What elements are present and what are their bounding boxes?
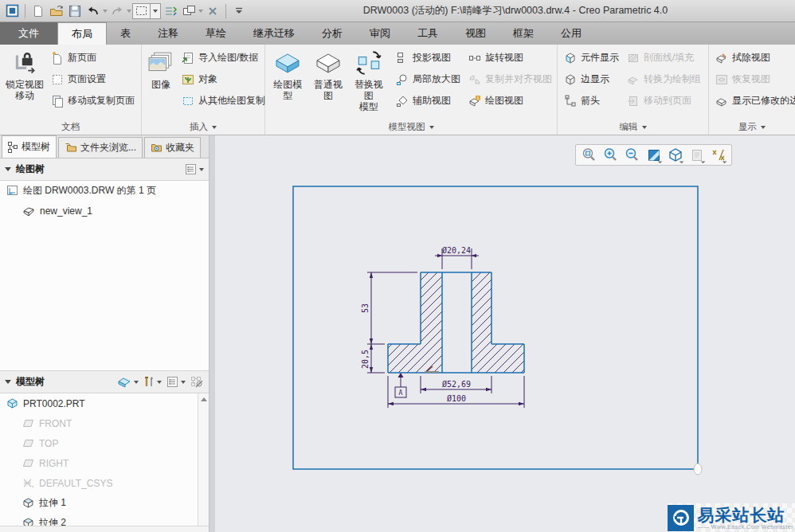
model-tree-scrollbar[interactable] [198, 393, 209, 526]
new-file-button[interactable] [29, 2, 47, 20]
redo-dropdown[interactable] [127, 10, 131, 13]
panel-horizontal-scrollbar[interactable] [0, 526, 209, 532]
dim-height[interactable]: 53 [361, 303, 370, 313]
general-view-button[interactable]: 普通视图 [309, 47, 348, 119]
model-tree-item-top[interactable]: TOP [0, 433, 209, 453]
tab-sketch[interactable]: 草绘 [192, 22, 240, 45]
replace-view-model-button[interactable]: 替换视图 模型 [349, 47, 388, 119]
show-modified-edges-button[interactable]: 显示已修改的边 [712, 90, 795, 111]
model-tree-show-hide-button[interactable] [190, 376, 204, 389]
model-tree-tab-icon [8, 142, 18, 153]
scroll-up-icon[interactable] [201, 397, 207, 401]
graphics-area[interactable]: Ø20,24 53 20,5 Ø52,69 Ø100 A 易采站长站 —— Ww… [215, 135, 795, 532]
group-label-model-views[interactable]: 模型视图 [265, 119, 557, 135]
panel-splitter[interactable] [209, 135, 215, 532]
tab-file[interactable]: 文件 [0, 22, 57, 45]
images-button[interactable]: 图像 [145, 47, 177, 119]
drawing-tree-item-sheet[interactable]: 绘图 DRW0003.DRW 的第 1 页 [0, 181, 209, 201]
tab-framework[interactable]: 框架 [499, 22, 547, 45]
app-window-icon[interactable] [3, 2, 21, 20]
tab-layout[interactable]: 布局 [57, 22, 107, 45]
window-switch-button[interactable] [180, 2, 198, 20]
customize-toolbar-dropdown[interactable] [230, 2, 248, 20]
dim-hole-diameter[interactable]: Ø20,24 [442, 246, 471, 255]
tab-favorites[interactable]: 收藏夹 [144, 137, 201, 158]
tab-label: 收藏夹 [166, 141, 194, 155]
model-tree-filter-button[interactable] [117, 377, 139, 388]
model-tree-settings-button[interactable] [166, 376, 186, 388]
tools-dropdown-icon [157, 381, 162, 384]
tab-model-tree[interactable]: 模型树 [2, 135, 57, 158]
lock-view-move-button[interactable]: 锁定视图 移动 [3, 47, 46, 119]
button-label: 复制并对齐视图 [485, 72, 552, 86]
dim-boss-diameter[interactable]: Ø52,69 [442, 380, 471, 389]
tab-tools[interactable]: 工具 [404, 22, 452, 45]
drawing-tree-item-new-view-1[interactable]: new_view_1 [0, 201, 209, 221]
select-dropdown[interactable] [150, 4, 160, 18]
drawing-view-button[interactable]: 1 绘图视图 [465, 90, 555, 111]
import-drawing-data-button[interactable]: 导入绘图/数据 [178, 47, 268, 68]
watermark-subtitle: —— Www.Easck.Com Webmaster [697, 524, 793, 530]
select-box-icon[interactable] [133, 4, 150, 18]
tab-folder-browser[interactable]: 文件夹浏览... [58, 137, 143, 158]
model-tree-item-extrude-1[interactable]: 拉伸 1 [0, 493, 209, 513]
redo-button[interactable] [108, 2, 126, 20]
group-label-display[interactable]: 显示 [709, 119, 795, 135]
datum-label[interactable]: A [399, 389, 403, 397]
tab-analysis[interactable]: 分析 [308, 22, 356, 45]
dim-flange-diameter[interactable]: Ø100 [447, 394, 466, 403]
drawing-canvas[interactable]: Ø20,24 53 20,5 Ø52,69 Ø100 A [215, 135, 795, 532]
drawing-tree-settings-button[interactable] [185, 163, 204, 175]
close-window-button[interactable] [204, 2, 221, 20]
model-tree-tools-button[interactable] [143, 376, 162, 388]
object-button[interactable]: 对象 [178, 68, 268, 90]
model-tree-item-prt0002[interactable]: PRT0002.PRT [0, 393, 209, 413]
collapse-icon[interactable] [5, 380, 11, 384]
select-split-button[interactable] [132, 3, 161, 19]
new-sheet-button[interactable]: 新页面 [48, 47, 138, 68]
convert-to-draft-group-icon [627, 73, 640, 86]
save-button[interactable] [66, 2, 84, 20]
regenerate-button[interactable] [162, 2, 179, 20]
tab-view[interactable]: 视图 [452, 22, 499, 45]
datum-plane-icon [22, 419, 34, 428]
tab-common[interactable]: 公用 [547, 22, 595, 45]
arrows-button[interactable]: 箭头 [561, 90, 622, 111]
projection-view-button[interactable]: 投影视图 [393, 47, 464, 68]
window-dropdown[interactable] [198, 10, 203, 13]
model-tree-item-default-csys[interactable]: DEFAULT_CSYS [0, 473, 209, 493]
undo-button[interactable] [84, 2, 102, 20]
tree-item-label: TOP [39, 438, 58, 449]
open-file-button[interactable] [48, 2, 65, 20]
model-tree-item-extrude-2[interactable]: 拉伸 2 [0, 513, 209, 526]
component-display-button[interactable]: 元件显示 [561, 47, 622, 68]
tab-table[interactable]: 表 [107, 22, 144, 45]
detailed-view-button[interactable]: 局部放大图 [393, 68, 464, 90]
tree-item-label: 拉伸 2 [39, 516, 66, 526]
group-label-insert[interactable]: 插入 [142, 119, 264, 135]
collapse-icon[interactable] [5, 167, 11, 171]
tab-legacy-migration[interactable]: 继承迁移 [240, 22, 308, 45]
button-label: 移动到页面 [644, 94, 691, 108]
button-label: 锁定视图 [6, 79, 44, 90]
drawing-tree-title: 绘图树 [16, 162, 45, 176]
drawing-models-button[interactable]: 绘图模型 [268, 47, 307, 119]
dim-flange-height[interactable]: 20,5 [361, 350, 370, 369]
copy-from-other-drawing-button[interactable]: 从其他绘图复制 [178, 90, 268, 111]
erase-view-button[interactable]: 拭除视图 [712, 47, 795, 68]
model-tree-item-right[interactable]: RIGHT [0, 453, 209, 473]
edge-display-button[interactable]: 边显示 [561, 68, 622, 90]
tab-annotate[interactable]: 注释 [144, 22, 192, 45]
rotate-view-button[interactable]: 旋转视图 [465, 47, 555, 68]
watermark-logo-icon [668, 505, 694, 531]
button-label: 绘图模型 [271, 79, 305, 101]
model-tree-item-front[interactable]: FRONT [0, 413, 209, 433]
move-to-sheet-button: 移动到页面 [624, 90, 704, 111]
auxiliary-view-button[interactable]: 辅助视图 [393, 90, 464, 111]
page-setup-button[interactable]: 页面设置 [48, 68, 138, 90]
undo-dropdown[interactable] [103, 10, 108, 13]
tab-review[interactable]: 审阅 [356, 22, 404, 45]
move-copy-sheet-button[interactable]: 移动或复制页面 [48, 90, 138, 111]
group-label-edit[interactable]: 编辑 [558, 119, 708, 135]
sheet-corner-handle[interactable] [694, 464, 702, 475]
